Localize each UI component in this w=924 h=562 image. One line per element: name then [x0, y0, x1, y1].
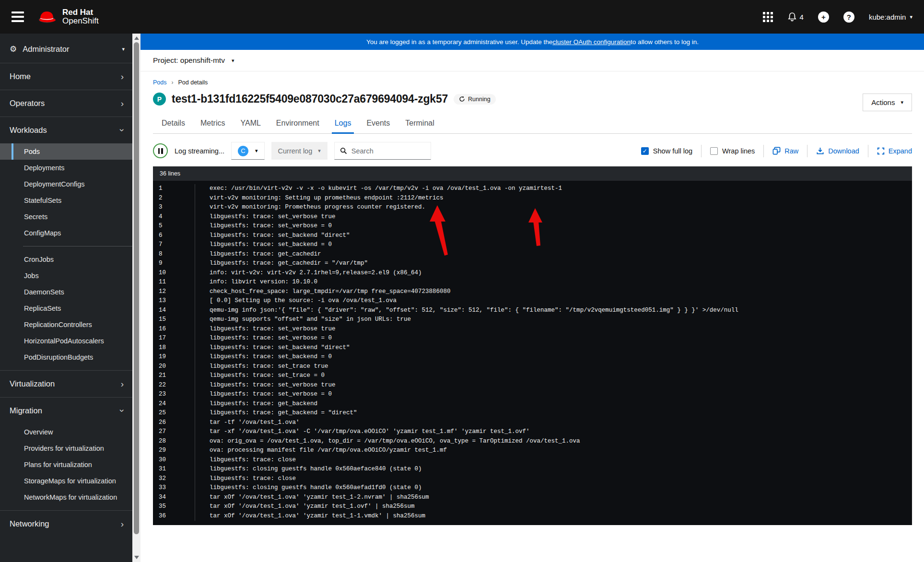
log-line-number: 5 — [153, 222, 195, 231]
actions-button[interactable]: Actions ▾ — [863, 94, 912, 111]
sidebar-scrollbar[interactable] — [132, 34, 140, 562]
sidebar-item-pods[interactable]: Pods — [0, 143, 132, 160]
log-line-text: libguestfs: trace: set_verbose = 0 — [195, 390, 332, 399]
pause-log-streaming-button[interactable] — [153, 143, 168, 158]
quick-create-button[interactable]: + — [818, 12, 829, 23]
sidebar-item-providers-for-virtualization[interactable]: Providers for virtualization — [0, 440, 132, 457]
notifications-button[interactable]: 4 — [787, 12, 804, 22]
caret-down-icon: ▾ — [122, 46, 125, 52]
log-source-select[interactable]: Current log ▾ — [271, 142, 327, 160]
app-launcher-button[interactable] — [763, 12, 773, 22]
sidebar-item-secrets[interactable]: Secrets — [0, 209, 132, 225]
breadcrumb-pods-link[interactable]: Pods — [153, 79, 167, 86]
sidebar-item-daemonsets[interactable]: DaemonSets — [0, 284, 132, 300]
raw-label: Raw — [784, 147, 798, 155]
user-menu[interactable]: kube:admin ▾ — [869, 13, 912, 21]
tab-metrics[interactable]: Metrics — [193, 114, 233, 133]
log-line-text: virt-v2v monitoring: Setting up promethe… — [195, 194, 444, 203]
log-line: 7libguestfs: trace: set_backend = 0 — [153, 240, 912, 250]
log-line-text: libguestfs: trace: get_cachedir — [195, 250, 321, 259]
log-line: 10info: virt-v2v: virt-v2v 2.7.1rhel=9,r… — [153, 269, 912, 278]
sidebar-item-operators[interactable]: Operators› — [0, 90, 132, 117]
sidebar-item-horizontalpodautoscalers[interactable]: HorizontalPodAutoscalers — [0, 333, 132, 349]
expand-button[interactable]: Expand — [877, 147, 912, 155]
sidebar-item-workloads[interactable]: Workloads› — [0, 117, 132, 143]
help-button[interactable]: ? — [843, 12, 854, 23]
sidebar-item-replicasets[interactable]: ReplicaSets — [0, 300, 132, 316]
sidebar-item-poddisruptionbudgets[interactable]: PodDisruptionBudgets — [0, 349, 132, 365]
scroll-up-arrow-icon[interactable] — [134, 36, 139, 40]
wrap-lines-checkbox[interactable]: Wrap lines — [710, 147, 755, 155]
log-line-number: 13 — [153, 296, 195, 306]
download-button[interactable]: Download — [816, 147, 859, 155]
caret-down-icon: ▾ — [910, 14, 912, 20]
show-full-log-checkbox[interactable]: ✓ Show full log — [641, 147, 692, 155]
sidebar-item-overview[interactable]: Overview — [0, 424, 132, 440]
redhat-fedora-icon — [37, 10, 58, 24]
nav-toggle-icon[interactable] — [12, 12, 24, 22]
sidebar-item-plans-for-virtualization[interactable]: Plans for virtualization — [0, 457, 132, 473]
pod-resource-badge: P — [153, 93, 166, 105]
sidebar-item-configmaps[interactable]: ConfigMaps — [0, 225, 132, 241]
log-viewer: 36 lines 1exec: /usr/bin/virt-v2v -v -x … — [153, 166, 912, 525]
sidebar-item-statefulsets[interactable]: StatefulSets — [0, 192, 132, 209]
log-body[interactable]: 1exec: /usr/bin/virt-v2v -v -x -o kubevi… — [153, 181, 912, 525]
sidebar-item-deploymentconfigs[interactable]: DeploymentConfigs — [0, 176, 132, 192]
sidebar-item-networking[interactable]: Networking› — [0, 511, 132, 537]
log-line: 20libguestfs: trace: set_trace true — [153, 362, 912, 372]
log-line-number: 26 — [153, 418, 195, 428]
log-line: 19libguestfs: trace: set_backend = 0 — [153, 352, 912, 362]
container-badge: C — [238, 146, 248, 156]
caret-down-icon: ▾ — [318, 148, 321, 154]
tab-details[interactable]: Details — [154, 114, 193, 133]
log-line-number: 9 — [153, 259, 195, 269]
caret-down-icon[interactable]: ▾ — [232, 58, 234, 64]
tab-environment[interactable]: Environment — [269, 114, 327, 133]
scrollbar-thumb[interactable] — [134, 42, 139, 534]
log-search[interactable] — [334, 142, 431, 160]
caret-down-icon: ▾ — [255, 148, 258, 154]
log-line: 9libguestfs: trace: get_cachedir = "/var… — [153, 259, 912, 269]
oauth-config-link[interactable]: cluster OAuth configuration — [552, 38, 631, 46]
log-line-number: 24 — [153, 399, 195, 409]
divider — [763, 145, 764, 157]
project-selector[interactable]: Project: openshift-mtv — [153, 56, 225, 65]
tab-logs[interactable]: Logs — [327, 114, 359, 133]
raw-button[interactable]: Raw — [772, 147, 798, 155]
sidebar-item-label: Migration — [10, 406, 42, 415]
expand-label: Expand — [889, 147, 912, 155]
container-select[interactable]: C ▾ — [231, 142, 265, 160]
sidebar-item-deployments[interactable]: Deployments — [0, 160, 132, 176]
tab-terminal[interactable]: Terminal — [398, 114, 442, 133]
login-banner: You are logged in as a temporary adminis… — [140, 34, 924, 50]
sidebar-item-migration[interactable]: Migration› — [0, 398, 132, 424]
log-line-number: 31 — [153, 465, 195, 474]
log-line: 25libguestfs: trace: get_backend = "dire… — [153, 409, 912, 418]
log-line-text: check_host_free_space: large_tmpdir=/var… — [195, 287, 451, 297]
sidebar-item-home[interactable]: Home› — [0, 63, 132, 90]
sidebar-item-replicationcontrollers[interactable]: ReplicationControllers — [0, 316, 132, 333]
log-toolbar: Log streaming... C ▾ Current log ▾ — [140, 134, 924, 166]
chevron-down-icon: › — [117, 129, 127, 131]
log-line-number: 36 — [153, 512, 195, 521]
sidebar-item-virtualization[interactable]: Virtualization› — [0, 371, 132, 397]
sidebar-item-jobs[interactable]: Jobs — [0, 268, 132, 284]
sidebar-item-networkmaps-for-virtualization[interactable]: NetworkMaps for virtualization — [0, 489, 132, 505]
perspective-switcher[interactable]: ⚙ Administrator ▾ — [0, 34, 132, 63]
sidebar-item-storagemaps-for-virtualization[interactable]: StorageMaps for virtualization — [0, 473, 132, 489]
checkbox-unchecked-icon[interactable] — [710, 147, 718, 155]
tab-yaml[interactable]: YAML — [233, 114, 268, 133]
download-label: Download — [828, 147, 859, 155]
log-line-text: libguestfs: closing guestfs handle 0x560… — [195, 465, 422, 474]
log-line: 1exec: /usr/bin/virt-v2v -v -x -o kubevi… — [153, 184, 912, 194]
checkbox-checked-icon[interactable]: ✓ — [641, 147, 649, 155]
status-text: Running — [468, 96, 491, 103]
scroll-down-arrow-icon[interactable] — [134, 556, 139, 559]
chevron-right-icon: › — [121, 72, 124, 81]
tab-events[interactable]: Events — [359, 114, 398, 133]
plus-circle-icon: + — [818, 12, 829, 23]
log-line: 6libguestfs: trace: set_backend "direct" — [153, 231, 912, 241]
search-input[interactable] — [351, 147, 423, 155]
banner-text-before: You are logged in as a temporary adminis… — [366, 38, 552, 46]
sidebar-item-cronjobs[interactable]: CronJobs — [0, 251, 132, 268]
